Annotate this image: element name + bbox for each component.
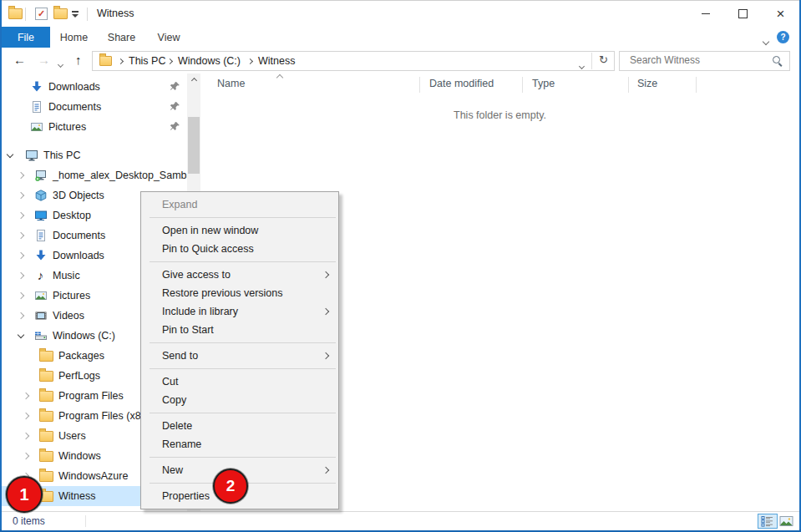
chevron-right-icon[interactable] (18, 292, 24, 299)
sidebar-item-label: Program Files (58, 390, 124, 402)
menu-item-copy[interactable]: Copy (141, 391, 338, 409)
sidebar-item-samba-share[interactable]: _home_alex_Desktop_Samba_De (2, 165, 187, 185)
menu-item-include-in-library[interactable]: Include in library (141, 302, 338, 321)
column-divider[interactable] (696, 77, 697, 93)
menu-item-label: Give access to (162, 269, 231, 281)
sidebar-item-label: Music (53, 270, 80, 281)
sidebar-item-label: Packages (58, 350, 104, 362)
chevron-right-icon[interactable] (18, 252, 24, 259)
column-header-name[interactable]: Name (217, 78, 245, 89)
qat-properties-icon[interactable]: ✓ (35, 8, 48, 20)
menu-item-rename[interactable]: Rename (141, 435, 338, 453)
scroll-up-button[interactable] (187, 73, 200, 88)
submenu-arrow-icon (322, 271, 329, 278)
menu-item-restore-previous-versions[interactable]: Restore previous versions (141, 284, 338, 302)
sidebar-item-documents-quickaccess[interactable]: Documents (2, 97, 187, 117)
tab-home[interactable]: Home (50, 27, 98, 48)
desktop-icon (33, 209, 48, 222)
breadcrumb-this-pc[interactable]: This PC (129, 55, 165, 67)
column-header-date-modified[interactable]: Date modified (429, 78, 494, 89)
minimize-button[interactable] (687, 1, 724, 26)
close-button[interactable]: × (762, 1, 799, 26)
address-divider (591, 53, 592, 69)
ribbon-collapse-button[interactable] (763, 35, 768, 47)
submenu-arrow-icon (322, 308, 329, 315)
chevron-right-icon[interactable] (23, 433, 29, 439)
chevron-right-icon[interactable] (23, 453, 29, 459)
menu-item-expand[interactable]: Expand (141, 195, 338, 214)
maximize-button[interactable] (724, 1, 762, 26)
scrollbar-thumb[interactable] (188, 117, 200, 174)
qat-customize-dropdown-icon[interactable] (72, 11, 79, 18)
up-button[interactable]: ↑ (75, 53, 82, 67)
tree-section-gap (2, 137, 187, 145)
annotation-number: 1 (19, 485, 28, 504)
chevron-right-icon[interactable] (18, 272, 24, 279)
sidebar-item-pictures-quickaccess[interactable]: Pictures (2, 117, 187, 137)
sidebar-item-downloads-quickaccess[interactable]: Downloads (2, 77, 187, 97)
videos-icon (33, 309, 48, 322)
breadcrumb-windows-c[interactable]: Windows (C:) (178, 55, 241, 67)
qat-new-folder-icon[interactable] (53, 8, 68, 22)
chevron-down-icon[interactable] (18, 332, 24, 338)
details-view-button[interactable] (758, 514, 778, 529)
column-header-type[interactable]: Type (532, 78, 555, 89)
recent-locations-button[interactable] (58, 58, 63, 69)
chevron-down-icon[interactable] (7, 151, 13, 158)
chevron-right-icon[interactable] (18, 212, 24, 219)
menu-item-pin-to-start[interactable]: Pin to Start (141, 321, 338, 339)
column-divider[interactable] (522, 77, 523, 93)
refresh-button[interactable]: ↻ (599, 53, 608, 66)
drive-icon (33, 329, 48, 342)
menu-item-label: Open in new window (162, 225, 258, 236)
menu-item-label: Expand (162, 199, 197, 210)
menu-item-pin-to-quick-access[interactable]: Pin to Quick access (141, 240, 338, 258)
annotation-step-2: 2 (213, 469, 248, 504)
column-divider[interactable] (419, 77, 420, 93)
sidebar-item-label: Pictures (48, 121, 86, 133)
context-menu: Expand Open in new window Pin to Quick a… (140, 191, 339, 509)
menu-item-label: Restore previous versions (162, 287, 283, 299)
tab-share[interactable]: Share (98, 27, 145, 48)
tab-file[interactable]: File (2, 27, 50, 48)
search-input[interactable] (628, 53, 765, 67)
search-icon[interactable] (773, 56, 783, 66)
sidebar-item-label: Pictures (53, 290, 90, 301)
menu-item-delete[interactable]: Delete (141, 417, 338, 435)
sidebar-item-this-pc[interactable]: This PC (2, 145, 187, 165)
chevron-right-icon[interactable] (18, 172, 24, 179)
menu-item-send-to[interactable]: Send to (141, 347, 338, 365)
empty-folder-message: This folder is empty. (200, 109, 799, 121)
menu-item-give-access-to[interactable]: Give access to (141, 266, 338, 284)
sidebar-item-label: Videos (53, 310, 84, 322)
navigation-bar: ← → ↑ This PC Windows (C:) Witness ↻ (2, 48, 799, 74)
chevron-right-icon[interactable] (18, 312, 24, 319)
breadcrumb-witness[interactable]: Witness (258, 55, 295, 67)
breadcrumb-chevron-icon[interactable] (247, 58, 253, 64)
menu-item-cut[interactable]: Cut (141, 372, 338, 391)
column-divider[interactable] (628, 77, 629, 93)
chevron-right-icon[interactable] (18, 192, 24, 199)
chevron-right-icon[interactable] (23, 393, 29, 399)
breadcrumb-chevron-icon[interactable] (167, 58, 173, 64)
folder-icon (39, 449, 53, 463)
search-box[interactable] (619, 51, 790, 71)
help-button[interactable]: ? (777, 31, 789, 43)
forward-button[interactable]: → (38, 53, 50, 67)
chevron-right-icon[interactable] (18, 232, 24, 239)
ribbon-tab-bar: File Home Share View ? (2, 27, 799, 48)
sidebar-item-label: Program Files (x86) (58, 410, 150, 422)
titlebar-separator (87, 8, 88, 21)
menu-item-open-in-new-window[interactable]: Open in new window (141, 221, 338, 240)
column-header-size[interactable]: Size (637, 78, 657, 89)
address-dropdown-button[interactable] (580, 59, 584, 71)
sidebar-item-label: 3D Objects (53, 190, 104, 201)
address-bar[interactable]: This PC Windows (C:) Witness ↻ (92, 51, 615, 71)
chevron-right-icon[interactable] (23, 413, 29, 419)
back-button[interactable]: ← (13, 53, 26, 67)
tab-view[interactable]: View (145, 27, 192, 48)
app-folder-icon[interactable] (8, 8, 23, 22)
breadcrumb-chevron-icon[interactable] (118, 58, 124, 64)
thumbnail-view-button[interactable] (776, 514, 796, 529)
downloads-icon (29, 80, 43, 94)
